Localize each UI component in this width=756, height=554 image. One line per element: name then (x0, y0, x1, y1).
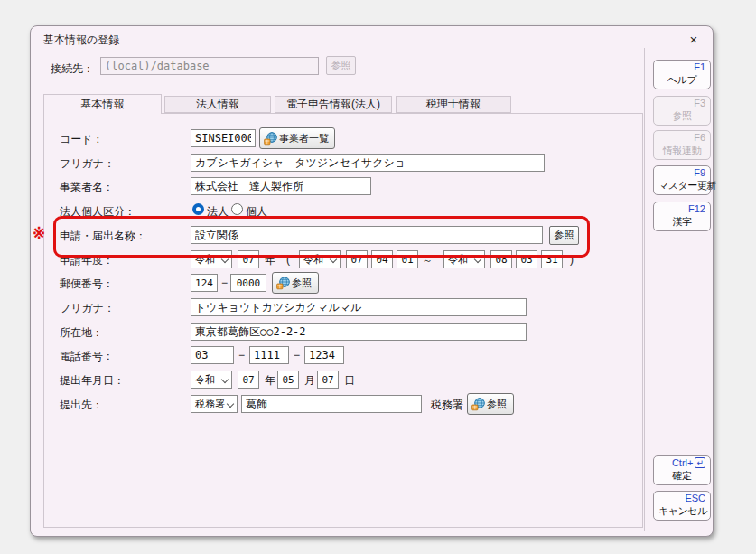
period-from-era-select[interactable]: 令和 (299, 250, 341, 268)
phone-part3-input[interactable] (304, 346, 344, 364)
office-type-select[interactable]: 税務署 (191, 395, 238, 413)
submission-office-label: 提出先： (60, 398, 103, 413)
postal-browse-button-label: 参照 (292, 277, 312, 290)
year-unit: 年 (265, 253, 275, 268)
f12-label: 漢字 (658, 215, 705, 229)
application-name-input[interactable] (191, 226, 543, 244)
close-icon[interactable]: × (684, 30, 704, 50)
f12-key-label: F12 (658, 203, 705, 215)
submission-month-input[interactable] (277, 371, 299, 389)
radio-individual-label: 個人 (246, 204, 267, 220)
f6-info-link-button: F6 情報連動 (653, 130, 711, 160)
period-from-day-input[interactable] (397, 250, 418, 268)
f6-label: 情報連動 (658, 144, 705, 157)
radio-corporate-label: 法人 (207, 204, 229, 220)
submission-day-unit: 日 (344, 373, 355, 389)
application-name-browse-button[interactable]: 参照 (549, 226, 579, 245)
window-title: 基本情報の登録 (43, 33, 119, 48)
confirm-shortcut: Ctrl+↵ (658, 457, 705, 469)
f9-key-label: F9 (658, 167, 705, 179)
tab-basic-info[interactable]: 基本情報 (43, 94, 162, 114)
panel-separator (644, 48, 645, 531)
postal-browse-button[interactable]: 参照 (272, 272, 319, 294)
paren-close: ) (570, 253, 574, 266)
desktop-background: 基本情報の登録 × 接続先： 参照 基本情報 法人情報 電子申告情報(法人) 税… (0, 0, 756, 554)
period-to-month-input[interactable] (516, 250, 537, 268)
postal-code-part1-input[interactable] (191, 274, 218, 292)
f3-label: 参照 (658, 109, 705, 123)
f1-label: ヘルプ (658, 73, 705, 87)
tab-efiling-info[interactable]: 電子申告情報(法人) (275, 96, 392, 113)
code-label: コード： (60, 132, 104, 147)
postal-code-part2-input[interactable] (230, 274, 266, 292)
f12-kanji-button[interactable]: F12 漢字 (653, 202, 711, 231)
submission-day-input[interactable] (317, 371, 339, 389)
cancel-label: キャンセル (658, 504, 705, 518)
cancel-button[interactable]: ESC キャンセル (653, 491, 711, 521)
period-from-era-value: 令和 (303, 253, 323, 267)
office-browse-button[interactable]: 参照 (467, 393, 514, 415)
phone-part2-input[interactable] (249, 346, 289, 364)
phone-label: 電話番号： (60, 349, 114, 364)
globe-icon (276, 277, 290, 290)
period-to-year-input[interactable] (490, 250, 512, 268)
connection-browse-button: 参照 (326, 56, 356, 75)
postal-code-label: 郵便番号： (60, 277, 114, 292)
application-year-label: 申請年度： (60, 253, 114, 268)
radio-corporate[interactable] (192, 203, 204, 215)
entity-type-label: 法人個人区分： (60, 204, 135, 220)
f1-help-button[interactable]: F1 ヘルプ (653, 60, 711, 89)
f3-key-label: F3 (658, 98, 705, 109)
office-browse-button-label: 参照 (487, 398, 507, 411)
address-furigana-input[interactable] (191, 298, 527, 316)
business-list-button[interactable]: 事業者一覧 (259, 127, 335, 149)
period-to-era-value: 令和 (448, 253, 468, 267)
f6-key-label: F6 (658, 132, 705, 144)
period-to-era-select[interactable]: 令和 (443, 250, 485, 268)
code-input[interactable] (191, 129, 256, 147)
required-marker: ※ (33, 224, 45, 243)
confirm-shortcut-prefix: Ctrl+ (672, 457, 694, 468)
address-input[interactable] (191, 323, 527, 341)
office-type-value: 税務署 (195, 398, 225, 411)
application-era-value: 令和 (195, 253, 215, 267)
globe-icon (264, 132, 277, 146)
radio-individual[interactable] (231, 203, 243, 215)
connection-input (100, 57, 319, 75)
confirm-label: 確定 (658, 469, 705, 483)
phone-hyphen-1: − (238, 349, 245, 362)
application-year-input[interactable] (238, 250, 259, 268)
company-furigana-input[interactable] (191, 154, 545, 172)
business-list-button-label: 事業者一覧 (279, 132, 329, 146)
application-era-select[interactable]: 令和 (191, 250, 232, 268)
f9-label: マスター更新 (658, 179, 705, 192)
office-suffix-label: 税務署 (431, 398, 463, 413)
period-to-day-input[interactable] (541, 250, 563, 268)
f3-browse-button: F3 参照 (653, 96, 711, 126)
confirm-button[interactable]: Ctrl+↵ 確定 (653, 455, 711, 485)
tab-panel (43, 113, 643, 528)
paren-open: ( (286, 253, 290, 266)
connection-label: 接続先： (51, 61, 94, 77)
cancel-shortcut-prefix: ESC (685, 493, 705, 503)
tab-tax-accountant-info[interactable]: 税理士情報 (396, 96, 511, 113)
period-from-year-input[interactable] (346, 250, 368, 268)
company-name-input[interactable] (191, 177, 371, 195)
company-furigana-label: フリガナ： (60, 156, 115, 172)
postal-hyphen: − (221, 277, 228, 289)
phone-part1-input[interactable] (191, 346, 234, 364)
tab-corporate-info[interactable]: 法人情報 (164, 96, 271, 113)
f1-key-label: F1 (658, 61, 705, 73)
office-name-input[interactable] (241, 395, 422, 413)
submission-year-input[interactable] (238, 371, 259, 389)
globe-icon (471, 398, 485, 411)
phone-hyphen-2: − (294, 349, 300, 362)
submission-era-select[interactable]: 令和 (191, 371, 232, 389)
submission-month-unit: 月 (304, 373, 315, 389)
period-from-month-input[interactable] (371, 250, 393, 268)
cancel-shortcut: ESC (658, 493, 705, 504)
range-tilde: ～ (422, 253, 433, 268)
submission-date-label: 提出年月日： (60, 373, 125, 389)
address-furigana-label: フリガナ： (60, 301, 115, 316)
f9-master-update-button[interactable]: F9 マスター更新 (653, 165, 711, 195)
